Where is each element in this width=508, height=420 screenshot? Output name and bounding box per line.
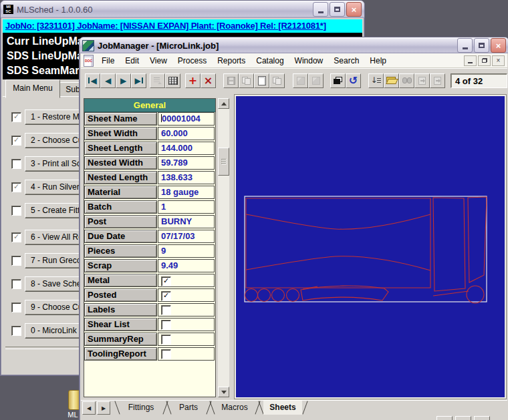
- folders-button[interactable]: [330, 73, 346, 88]
- tab-fittings[interactable]: Fittings: [120, 401, 162, 415]
- scrollbar-thumb[interactable]: [218, 148, 229, 176]
- delete-record-button[interactable]: ×: [201, 73, 216, 88]
- checkbox-3-print-all-sche[interactable]: [11, 159, 21, 169]
- checkbox-2-choose-curr[interactable]: ✓: [11, 136, 21, 146]
- mlsched-titlebar[interactable]: MI SC MLSched - 1.0.0.60 ×: [1, 1, 364, 18]
- open-folder-button[interactable]: [384, 73, 399, 88]
- tab-parts[interactable]: Parts: [171, 401, 206, 415]
- tab-sheets[interactable]: Sheets: [263, 401, 302, 415]
- mlsched-minimize-button[interactable]: [313, 2, 328, 17]
- property-value-scrap[interactable]: 9.49: [158, 259, 215, 272]
- mdi-minimize-button[interactable]: [464, 55, 477, 66]
- box-3d-alt-icon: [312, 77, 320, 85]
- tab-scroll-left-button[interactable]: ◀: [82, 401, 96, 415]
- property-value-shear-list[interactable]: [158, 318, 215, 331]
- checkbox-9-choose-curr[interactable]: [11, 302, 21, 312]
- next-record-icon: ▶: [120, 77, 126, 85]
- mlsched-close-button[interactable]: ×: [346, 2, 362, 17]
- jobmanager-minimize-button[interactable]: [457, 38, 473, 53]
- hscroll-button[interactable]: [474, 416, 490, 420]
- menubar: DOC FileEditViewProcessReportsCatalogWin…: [81, 53, 507, 68]
- checkbox-1-restore-ml[interactable]: ✓: [11, 112, 21, 122]
- property-grid-scrollbar[interactable]: [218, 98, 229, 397]
- jobmanager-maximize-button[interactable]: [474, 38, 489, 53]
- menu-item-search[interactable]: Search: [328, 55, 364, 67]
- checkbox-summaryreport[interactable]: [161, 335, 171, 345]
- checkbox-0-microlink[interactable]: [11, 326, 21, 336]
- property-value-toolingreport[interactable]: [158, 347, 215, 361]
- last-record-button[interactable]: ▶: [131, 73, 146, 88]
- first-record-icon: ◀: [88, 77, 96, 85]
- menu-item-process[interactable]: Process: [172, 55, 212, 67]
- scroll-up-button[interactable]: [218, 98, 229, 109]
- property-label: Metal: [84, 274, 157, 287]
- property-value-post[interactable]: BURNY: [158, 215, 215, 228]
- note-button[interactable]: [254, 73, 269, 88]
- previous-record-button[interactable]: ◀: [100, 73, 116, 88]
- property-value-posted[interactable]: ✓: [158, 288, 215, 302]
- property-value-sheet-width[interactable]: 60.000: [158, 127, 215, 140]
- property-value-text: 1: [161, 202, 166, 212]
- property-label: Post: [84, 215, 157, 228]
- bottom-tab-bar: ◀ ▶ FittingsPartsMacrosSheets: [81, 400, 507, 415]
- mlsched-maximize-button[interactable]: [330, 2, 345, 17]
- property-value-metal[interactable]: ✓: [158, 274, 215, 287]
- mdi-restore-button[interactable]: [478, 55, 491, 66]
- menu-item-edit[interactable]: Edit: [120, 55, 144, 67]
- property-value-labels[interactable]: [158, 303, 215, 317]
- jobmanager-close-button[interactable]: ×: [491, 38, 506, 53]
- property-value-pieces[interactable]: 9: [158, 244, 215, 258]
- tab-macros[interactable]: Macros: [215, 401, 255, 415]
- document-icon[interactable]: DOC: [84, 55, 94, 67]
- box-3d-alt-button: [308, 73, 324, 88]
- property-value-material[interactable]: 18 gauge: [158, 186, 215, 199]
- menu-item-catalog[interactable]: Catalog: [251, 55, 289, 67]
- property-value-due-date[interactable]: 07/17/03: [158, 230, 215, 243]
- hscroll-button[interactable]: [436, 416, 453, 420]
- jobmanager-titlebar[interactable]: JobManager - [MicroLink.job] ×: [80, 37, 508, 53]
- menu-item-reports[interactable]: Reports: [212, 55, 251, 67]
- property-value-nested-length[interactable]: 138.633: [158, 171, 215, 184]
- checkbox-5-create-fitting[interactable]: [11, 206, 21, 216]
- grid-view-button[interactable]: [165, 73, 180, 88]
- sort-descending-button[interactable]: [368, 73, 384, 88]
- checkbox-8-save-sched[interactable]: [11, 279, 21, 289]
- menu-item-window[interactable]: Window: [289, 55, 329, 67]
- menu-item-file[interactable]: File: [96, 55, 120, 67]
- property-value-sheet-length[interactable]: 144.000: [158, 142, 215, 155]
- property-label: Due Date: [84, 230, 157, 243]
- mdi-close-button[interactable]: ×: [492, 55, 505, 66]
- undo-button[interactable]: ↺: [346, 73, 361, 88]
- menu-item-help[interactable]: Help: [364, 55, 392, 67]
- nest-preview-canvas[interactable]: [235, 95, 506, 399]
- checkbox-4-run-silver-e[interactable]: ✓: [11, 182, 21, 192]
- checkbox-metal[interactable]: ✓: [161, 276, 171, 286]
- sheet-outline: [245, 196, 487, 302]
- property-value-batch[interactable]: 1: [158, 200, 215, 214]
- tab-scroll-right-button[interactable]: ▶: [97, 401, 110, 415]
- jobmanager-app-icon: [82, 40, 94, 51]
- menu-item-view[interactable]: View: [144, 55, 172, 67]
- checkbox-shear-list[interactable]: [161, 320, 171, 330]
- add-record-button[interactable]: +: [185, 73, 201, 88]
- record-counter: 4 of 32: [451, 73, 507, 88]
- property-row-summaryreport: SummaryReport: [84, 333, 215, 347]
- property-row-nested-width: Nested Width59.789: [84, 156, 215, 171]
- checkbox-toolingreport[interactable]: [161, 349, 171, 359]
- import-alt-button: [430, 73, 445, 88]
- property-value-summaryreport[interactable]: [158, 333, 215, 346]
- first-record-button[interactable]: ◀: [85, 73, 100, 88]
- property-value-sheet-name[interactable]: 00001004: [158, 112, 215, 126]
- minimize-icon: [318, 11, 324, 13]
- next-record-button[interactable]: ▶: [116, 73, 131, 88]
- checkbox-7-run-greco-g[interactable]: [11, 256, 21, 266]
- sort-list-button: [150, 73, 165, 88]
- tab-main-menu[interactable]: Main Menu: [5, 79, 60, 98]
- checkbox-6-view-all-rep[interactable]: ✓: [11, 232, 21, 242]
- checkbox-posted[interactable]: ✓: [161, 291, 171, 301]
- checkbox-labels[interactable]: [161, 305, 171, 315]
- hscroll-button[interactable]: [455, 416, 471, 420]
- property-value-nested-width[interactable]: 59.789: [158, 156, 215, 170]
- property-label: Nested Length: [84, 171, 157, 184]
- scroll-down-button[interactable]: [218, 387, 229, 397]
